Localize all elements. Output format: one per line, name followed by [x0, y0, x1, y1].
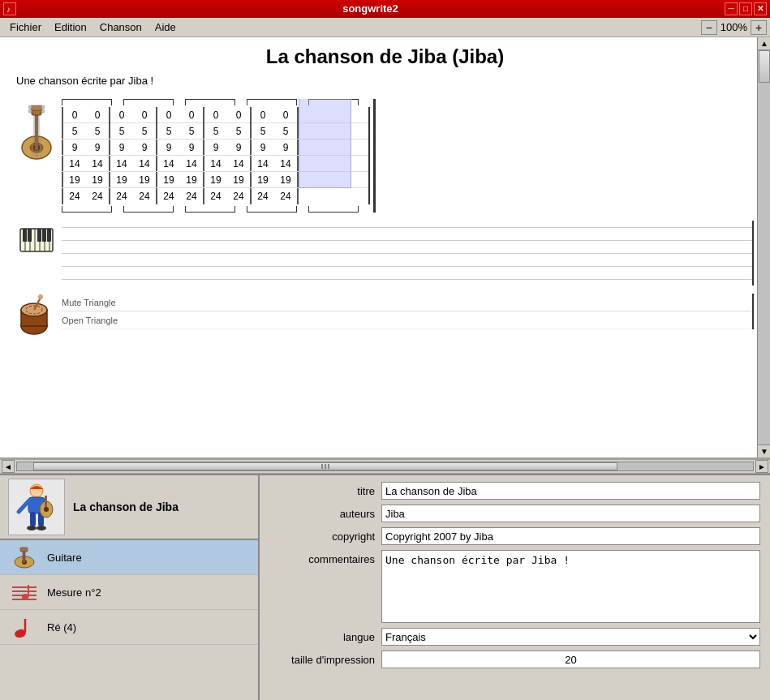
menu-edition[interactable]: Edition: [48, 19, 93, 37]
guitar-track-icon: [8, 545, 41, 569]
svg-rect-26: [37, 229, 41, 242]
copyright-label: copyright: [269, 530, 375, 543]
taille-label: taille d'impression: [269, 654, 375, 666]
guitar-icon: [16, 99, 57, 164]
tab-cell: 0: [252, 107, 274, 122]
auteurs-input[interactable]: [381, 505, 760, 522]
svg-text:♪: ♪: [6, 5, 11, 14]
triangle-section: Mute Triangle Open Triangle: [16, 294, 754, 341]
track-item-mesure[interactable]: Mesure n°2: [0, 575, 258, 610]
track-item-note[interactable]: Ré (4): [0, 610, 258, 645]
scrollbar-thumb[interactable]: [33, 462, 617, 470]
copyright-input[interactable]: [381, 527, 760, 545]
guitar-instrument-icon: [16, 99, 62, 166]
zoom-level: 100%: [721, 21, 747, 33]
song-name-label: La chanson de Jiba: [73, 500, 179, 513]
svg-rect-28: [47, 229, 51, 242]
scroll-left-button[interactable]: ◄: [2, 460, 15, 473]
musician-icon: [11, 481, 63, 534]
staff-small-icon: [9, 581, 40, 603]
track-list: Guitare Mesure n°2: [0, 540, 258, 645]
scrollbar-track[interactable]: [16, 462, 754, 471]
open-triangle-label: Open Triangle: [62, 311, 754, 329]
svg-point-34: [38, 294, 43, 299]
menu-fichier[interactable]: Fichier: [3, 19, 48, 37]
svg-point-43: [27, 526, 37, 530]
minimize-button[interactable]: ─: [725, 2, 738, 15]
svg-rect-27: [42, 229, 46, 242]
svg-point-11: [41, 110, 45, 113]
commentaires-label: commentaires: [269, 550, 375, 565]
guitar-tab-content: 0 0 0 0 0 0 0 0: [62, 99, 754, 213]
menu-aide[interactable]: Aide: [148, 19, 183, 37]
auteurs-label: auteurs: [269, 508, 375, 520]
tab-cell: 0: [204, 107, 227, 122]
title-bar: ♪ songwrite2 ─ □ ✕: [0, 0, 770, 18]
piano-icon: [16, 221, 57, 257]
titre-label: titre: [269, 485, 375, 497]
langue-label: langue: [269, 631, 375, 643]
song-subtitle: Une chanson écrite par Jiba !: [16, 75, 754, 87]
note-track-icon: [8, 615, 41, 639]
bottom-panel: La chanson de Jiba Guitare: [0, 474, 770, 700]
svg-rect-37: [30, 512, 36, 526]
langue-select[interactable]: Français: [381, 628, 760, 646]
tab-cell: 0: [86, 107, 109, 122]
tab-cell: 0: [110, 107, 133, 122]
svg-point-44: [37, 526, 46, 530]
titre-row: titre: [269, 482, 760, 500]
close-button[interactable]: ✕: [754, 2, 767, 15]
zoom-out-button[interactable]: −: [701, 20, 717, 35]
vertical-scroll-thumb[interactable]: [759, 50, 770, 83]
svg-point-41: [44, 507, 49, 512]
tab-cell: 0: [133, 107, 156, 122]
svg-point-9: [28, 110, 32, 113]
commentaires-input[interactable]: Une chanson écrite par Jiba !: [381, 550, 760, 623]
song-cover: [8, 479, 65, 535]
menu-bar: Fichier Edition Chanson Aide − 100% +: [0, 18, 770, 37]
app-icon: ♪: [3, 2, 16, 15]
langue-row: langue Français: [269, 628, 760, 646]
mute-triangle-label: Mute Triangle: [62, 294, 754, 311]
svg-point-10: [41, 105, 45, 109]
guitar-track-label: Guitare: [47, 552, 82, 564]
taille-input[interactable]: [381, 651, 760, 668]
copyright-row: copyright: [269, 527, 760, 545]
window-title: songwrite2: [16, 0, 725, 18]
scroll-up-button[interactable]: ▲: [758, 37, 770, 50]
zoom-in-button[interactable]: +: [751, 20, 767, 35]
tab-cell: 0: [274, 107, 297, 122]
tab-cell: 0: [180, 107, 203, 122]
vertical-scrollbar[interactable]: ▲ ▼: [757, 37, 770, 457]
titre-input[interactable]: [381, 482, 760, 500]
menu-chanson[interactable]: Chanson: [93, 19, 148, 37]
highlight-selection[interactable]: [299, 99, 351, 188]
commentaires-row: commentaires Une chanson écrite par Jiba…: [269, 550, 760, 623]
svg-rect-24: [23, 229, 27, 242]
mesure-track-icon: [8, 580, 41, 604]
svg-point-53: [22, 594, 28, 600]
guitar-small-icon: [9, 546, 40, 569]
score-scroll-area[interactable]: La chanson de Jiba (Jiba) Une chanson éc…: [0, 37, 770, 457]
mesure-track-label: Mesure n°2: [47, 586, 101, 599]
tab-cell: 0: [63, 107, 86, 122]
left-panel: La chanson de Jiba Guitare: [0, 475, 260, 700]
svg-rect-7: [31, 105, 42, 110]
main-score-area: La chanson de Jiba (Jiba) Une chanson éc…: [0, 37, 770, 459]
taille-row: taille d'impression: [269, 651, 760, 668]
horizontal-scrollbar[interactable]: ◄ ►: [0, 459, 770, 474]
song-title: La chanson de Jiba (Jiba): [16, 45, 754, 68]
scroll-down-button[interactable]: ▼: [758, 444, 770, 457]
tab-cell: 0: [227, 107, 250, 122]
auteurs-row: auteurs: [269, 505, 760, 522]
track-item-guitar[interactable]: Guitare: [0, 540, 258, 575]
svg-point-8: [28, 105, 32, 109]
drum-icon: [16, 294, 53, 338]
tab-cell: 0: [157, 107, 180, 122]
svg-rect-25: [28, 229, 32, 242]
note-small-icon: [9, 616, 40, 638]
right-panel: titre auteurs copyright commentaires Une…: [260, 475, 770, 700]
scroll-right-button[interactable]: ►: [755, 460, 768, 473]
guitar-tab-section: 0 0 0 0 0 0 0 0: [16, 99, 754, 213]
maximize-button[interactable]: □: [739, 2, 752, 15]
